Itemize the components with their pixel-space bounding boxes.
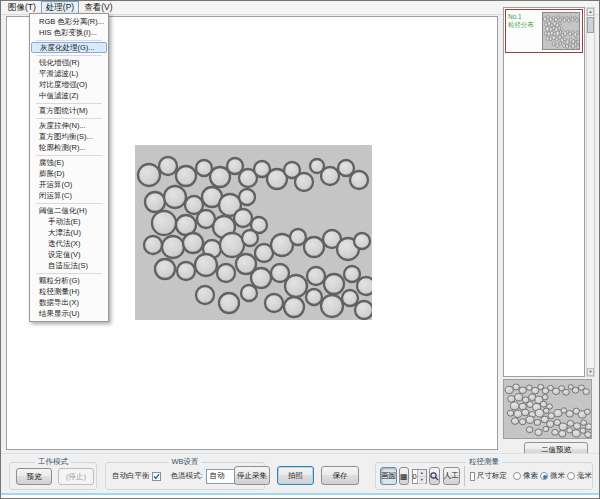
snapshot-button[interactable]: 拍照 [277,466,314,485]
menu-separator [36,40,102,41]
specimen-image[interactable] [135,145,372,320]
stop-capture-button[interactable]: 停止采集 [234,466,270,485]
draw-circle-button[interactable]: 画圆 [380,467,397,485]
preview-mode-button[interactable]: 预览 [16,468,52,485]
menu-item[interactable]: 平滑滤波(L) [31,68,107,79]
preview-thumbnail [503,379,592,439]
menu-item[interactable]: 自适应法(S) [31,260,107,271]
wb-mode-label: 色温模式: [171,471,203,481]
unit-radio-group: 像素微米毫米 [511,471,592,481]
menu-item[interactable]: 直方图统计(M) [31,105,107,116]
count-spinner[interactable]: 0 ▲ ▼ [412,469,427,484]
capture-group: 工作模式 预览 (停止) [9,462,97,490]
menu-item[interactable]: 设定值(V) [31,249,107,260]
auto-wb-label: 自动白平衡 [112,471,150,481]
list-item-line2: 粒径分布 [508,21,540,29]
scrollbar-thumb[interactable] [587,17,594,33]
menu-separator [36,55,102,56]
check-icon [153,473,160,480]
menu-separator [36,103,102,104]
menu-item[interactable]: 对比度增强(O) [31,79,107,90]
menu-item[interactable]: 粒径测量(H) [31,286,107,297]
menu-item[interactable]: RGB 色彩分离(R)... [31,16,107,27]
unit-radio[interactable] [513,472,521,480]
manual-button[interactable]: 人工 [443,467,460,485]
list-item-selected[interactable]: No.1 粒径分布 [505,9,583,53]
menu-separator [36,118,102,119]
menu-item[interactable]: 灰度拉伸(N)... [31,120,107,131]
menu-item[interactable]: 中值滤波(Z) [31,90,107,101]
menu-item[interactable]: 闭运算(C) [31,190,107,201]
menu-item[interactable]: 迭代法(X) [31,238,107,249]
menu-item[interactable]: 灰度化处理(G)... [31,42,107,53]
menu-item[interactable]: 阈值二值化(H) [31,205,107,216]
list-item-text: No.1 粒径分布 [506,10,542,52]
menu-item[interactable]: 开运算(O) [31,179,107,190]
bottom-strip [1,493,599,499]
menu-separator [36,203,102,204]
magnifier-glyph [430,472,439,481]
spinner-up-icon[interactable]: ▲ [418,470,426,477]
unit-radio[interactable] [567,472,575,480]
unit-radio[interactable] [540,472,548,480]
auto-wb-checkbox[interactable] [152,472,161,481]
menu-item[interactable]: 腐蚀(E) [31,157,107,168]
grid-icon[interactable]: ▦ [399,467,409,485]
menu-separator [36,273,102,274]
menu-separator [36,155,102,156]
process-menu-dropdown: RGB 色彩分离(R)...HIS 色彩变换(I)...灰度化处理(G)...锐… [29,13,109,322]
toolbar: 工作模式 预览 (停止) WB设置 自动白平衡 色温模式: 自动 ▼ [1,453,599,493]
scroll-up-icon[interactable]: ▲ [587,8,594,16]
list-item-line1: No.1 [508,13,540,21]
unit-radio-label: 像素 [523,471,538,481]
unit-radio-label: 微米 [550,471,565,481]
calibration-label: 尺寸标定 [477,471,507,481]
calibration-checkbox[interactable] [470,472,475,481]
list-scrollbar[interactable]: ▲ ▼ [586,7,595,377]
spinner-down-icon[interactable]: ▼ [418,477,426,484]
menu-item[interactable]: 锐化增强(R) [31,57,107,68]
spinner-arrows[interactable]: ▲ ▼ [417,470,426,483]
save-button[interactable]: 保存 [321,466,359,485]
menu-item[interactable]: 膨胀(D) [31,168,107,179]
menu-item[interactable]: 轮廓检测(R)... [31,142,107,153]
menu-item[interactable]: 直方图均衡(S)... [31,131,107,142]
menu-item[interactable]: 手动法(E) [31,216,107,227]
menu-item[interactable]: 数据导出(X) [31,297,107,308]
scroll-down-icon[interactable]: ▼ [587,368,594,376]
measure-group: 粒径测量 画圆 ▦ 0 ▲ ▼ 人工 [375,462,593,490]
magnifier-icon[interactable] [429,467,440,485]
unit-radio-label: 毫米 [577,471,592,481]
app-window: 图像(T)处理(P)查看(V) RGB 色彩分离(R)...HIS 色彩变换(I… [0,0,600,499]
stop-mode-button[interactable]: (停止) [58,468,94,485]
menu-item[interactable]: HIS 色彩变换(I)... [31,27,107,38]
item-thumbnail [542,12,580,50]
capture-group-label: 工作模式 [35,457,71,467]
menu-item[interactable]: 结果显示(U) [31,308,107,319]
thumbnail-list[interactable]: No.1 粒径分布 [503,7,585,377]
menu-item[interactable]: 大津法(U) [31,227,107,238]
menu-item[interactable]: 颗粒分析(G) [31,275,107,286]
